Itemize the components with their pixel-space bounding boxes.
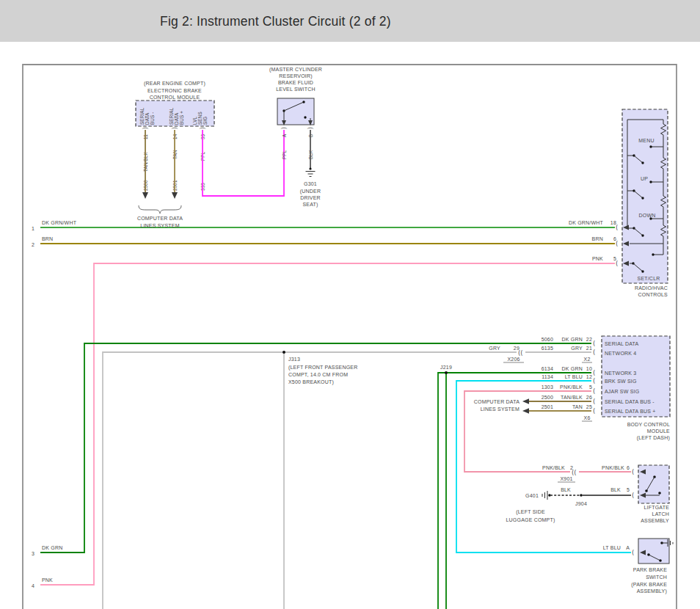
wire-ppl: [203, 130, 284, 196]
brake-fluid-level-switch: (MASTER CYLINDER RESERVOIR) BRAKE FLUID …: [269, 67, 322, 208]
g301-label: G301: [304, 181, 317, 186]
ground-dot: [309, 167, 311, 169]
connector-receptacle: (: [593, 349, 595, 356]
bcm-fn: SERIAL DATA BUS -: [605, 399, 655, 404]
wire-pnk: [40, 263, 615, 585]
ebcm-pinword: SENS: [197, 112, 203, 125]
lg-wire-right: PNK/BLK: [602, 465, 624, 470]
connector-receptacle: (: [632, 468, 634, 475]
pb-pin: A: [626, 545, 630, 550]
wire4-color: PNK: [42, 577, 53, 583]
ground-icon: [306, 167, 316, 176]
liftgate-latch-assembly: PNK/BLK 2 (( X901 PNK/BLK 6 ( G401 BLK B…: [506, 465, 670, 523]
connector-receptacle: (: [593, 398, 595, 405]
ebcm-module: (REAR ENGINE COMPT) ELECTRONIC BRAKE CON…: [136, 81, 284, 228]
latch-name-1: LIFTGATE: [644, 505, 669, 510]
bcm-name-2: MODULE: [647, 429, 670, 434]
connector-receptacle: (: [593, 369, 595, 376]
pb-wire: LT BLU: [603, 545, 621, 550]
switch-contact-dot: [304, 116, 306, 118]
bfls-wire-ppl: PPL: [282, 150, 287, 159]
g401-label: G401: [525, 493, 539, 498]
bcm-wire: DK GRN: [562, 366, 583, 371]
wire3-color: DK GRN: [42, 545, 62, 550]
bcm-pin: 5: [589, 384, 592, 390]
ebcm-pinword: DATA: [145, 112, 150, 125]
connector-receptacle: (: [280, 127, 288, 129]
ebcm-pinword: DATA: [174, 112, 179, 125]
ground-icon: [542, 491, 547, 500]
left-arrow-icon: [522, 408, 529, 414]
computer-data-label: COMPUTER DATA: [137, 216, 183, 221]
switch-contact-dot: [652, 253, 654, 255]
j313-id: J313: [288, 357, 300, 362]
connector-receptacle: (: [632, 492, 634, 499]
bcm-circuit: 1303: [542, 384, 553, 390]
bcm-circuit: 6135: [542, 346, 553, 351]
g301-loc-3: SEAT): [302, 202, 318, 208]
main-wires: [40, 227, 631, 609]
junction-j313: J313 (LEFT FRONT PASSENGER COMPT, 14.0 C…: [282, 351, 357, 385]
ebcm-pinword: SERIAL: [169, 107, 174, 125]
radio-btn-up: UP: [641, 176, 648, 181]
lg-wire-blk-1: BLK: [561, 487, 571, 492]
bcm-wire: LT BLU: [565, 374, 583, 379]
bcm-wire: PNK/BLK: [560, 384, 583, 390]
wire1-color: DK GRN/WHT: [42, 220, 77, 225]
inline-connector-icon: ((: [572, 469, 577, 476]
bcm-wire: TAN/BLK: [561, 395, 583, 400]
ebcm-title-1: (REAR ENGINE COMPT): [144, 81, 205, 87]
bcm-pin: 26: [586, 395, 592, 400]
bfls-title-3: BRAKE FLUID: [278, 80, 313, 85]
park-brake-switch: LT BLU A ( PARK BRAKE SWITCH (PARK BRAKE…: [603, 539, 673, 594]
bcm-fn: BRK SW SIG: [605, 379, 637, 384]
blade-dot: [641, 197, 644, 199]
bcm-circuit: 6134: [542, 366, 553, 371]
wire2-number: 2: [32, 242, 34, 247]
ebcm-pinword: LVL: [192, 116, 197, 125]
j313-desc-3: X500 BREAKOUT): [288, 379, 334, 385]
connector-receptacle: (: [593, 387, 595, 395]
j219-id: J219: [440, 365, 452, 370]
wire2-color: BRN: [42, 236, 53, 241]
bcm-circuit: 2500: [542, 395, 553, 400]
g401-loc-2: LUGGAGE COMPT): [506, 517, 555, 523]
bcm-fn: SERIAL DATA BUS +: [605, 409, 656, 414]
radio-btn-menu: MENU: [638, 138, 654, 143]
down-arrow-icon: [172, 192, 178, 199]
radio-pin6: 6: [613, 236, 616, 241]
pb-name-2: SWITCH: [646, 575, 667, 580]
bcm-pin: 21: [586, 346, 592, 351]
ebcm-title-3: CONTROL MODULE: [150, 95, 200, 100]
bcm-wire: TAN: [572, 404, 583, 409]
ebcm-title-2: ELECTRONIC BRAKE: [147, 88, 202, 93]
lg-pin-right: 6: [627, 465, 630, 470]
bcm-pin: 22: [586, 337, 592, 342]
bfls-pin-a: A: [282, 134, 287, 137]
ebcm-pinword: SERIAL: [139, 107, 145, 125]
radio-name-1: RADIO/HVAC: [635, 285, 668, 291]
bcm-pin: 10: [586, 366, 592, 371]
connector-receptacle: (: [593, 407, 595, 415]
switch-contact-dot: [659, 559, 662, 562]
junction-dot: [282, 351, 285, 354]
bcm-circuit: 1134: [542, 374, 553, 379]
connector-receptacle: (: [593, 377, 595, 384]
bcm-wire: DK GRN: [562, 337, 583, 342]
lines-system-label: LINES SYSTEM: [481, 406, 519, 412]
switch-contact-dot: [302, 101, 305, 103]
latch-name-3: ASSEMBLY: [641, 518, 669, 523]
bcm-fn: SERIAL DATA: [605, 341, 639, 346]
switch-contact-dot: [649, 180, 652, 183]
g301-loc-1: (UNDER: [300, 189, 321, 194]
left-wire-labels: 1 DK GRN/WHT 2 BRN 3 DK GRN 4 PNK: [32, 220, 77, 588]
connector-x2: X2: [584, 357, 591, 362]
wire3-number: 3: [32, 551, 34, 556]
j313-desc-1: (LEFT FRONT PASSENGER: [288, 365, 357, 371]
park-brake-box: [638, 539, 669, 564]
lg-wire-left: PNK/BLK: [542, 465, 565, 470]
pb-name-3: (PARK BRAKE: [631, 582, 667, 588]
bcm-fn: AJAR SW SIG: [605, 389, 639, 394]
radio-pin5-wire: PNK: [592, 256, 603, 261]
connector-x6: X6: [584, 415, 591, 420]
